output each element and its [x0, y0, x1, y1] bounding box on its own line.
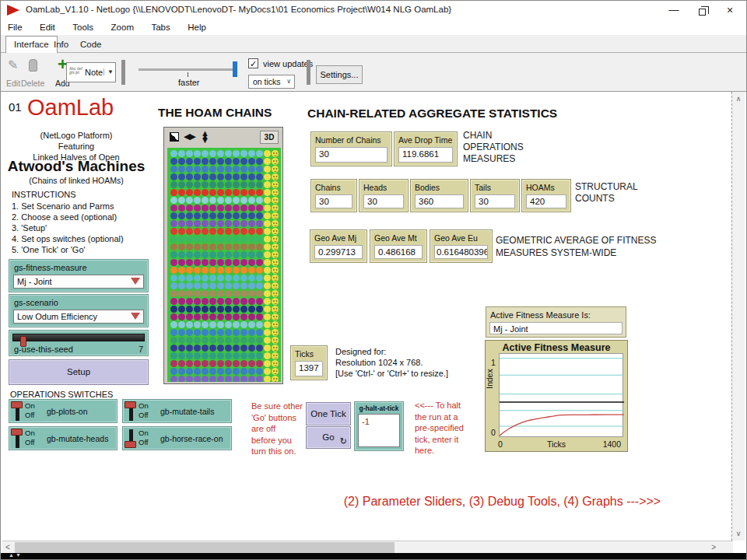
- scroll-left-icon[interactable]: <: [5, 543, 10, 551]
- tab-code[interactable]: Code: [72, 37, 110, 53]
- maximize-restore-button[interactable]: [689, 1, 715, 19]
- hoam-face-icon: [272, 166, 279, 173]
- menu-item-file[interactable]: File: [1, 20, 30, 32]
- hoam-body-circle: [194, 243, 201, 250]
- one-tick-button[interactable]: One Tick: [306, 402, 351, 425]
- switch-off-label: Off: [139, 438, 149, 446]
- halt-input-value[interactable]: -1: [358, 414, 400, 447]
- hoam-body-circle: [170, 212, 177, 219]
- hoam-body-circle: [178, 298, 185, 305]
- view-horizontal-arrows-icon[interactable]: ◀▶: [184, 131, 195, 142]
- setup-button[interactable]: Setup: [9, 359, 149, 385]
- hoam-body-circle: [240, 158, 247, 165]
- view-corner-resize-icon[interactable]: [170, 132, 179, 142]
- horizontal-scroll-thumb[interactable]: [15, 542, 395, 553]
- hoam-body-circle: [233, 275, 240, 282]
- hoam-body-circle: [170, 189, 177, 196]
- hoam-body-circle: [186, 189, 193, 196]
- hoam-body-circle: [240, 337, 247, 344]
- switch-off-label: Off: [139, 411, 149, 419]
- seed-slider[interactable]: g-use-this-seed 7: [9, 330, 149, 356]
- monitor-label: Chains: [315, 183, 341, 192]
- speed-slider-thumb[interactable]: [233, 61, 237, 77]
- go-button[interactable]: Go ↻: [306, 426, 351, 449]
- ops-switch[interactable]: On Off gb-mutate-tails: [122, 399, 232, 423]
- scroll-up-icon[interactable]: ∧: [732, 95, 745, 103]
- hoam-body-circle: [248, 298, 255, 305]
- vertical-scrollbar[interactable]: ∧ ∨: [731, 92, 745, 541]
- menu-item-zoom[interactable]: Zoom: [104, 20, 141, 32]
- view-world[interactable]: [167, 148, 281, 382]
- chain-row: [170, 150, 281, 157]
- hoam-body-circle: [209, 251, 216, 258]
- hoam-body-circle: [233, 189, 240, 196]
- chooser-scenario[interactable]: gs-scenario Low Odum Efficiency: [9, 294, 149, 327]
- minimize-button[interactable]: —: [661, 1, 687, 19]
- hoam-body-circle: [217, 337, 224, 344]
- hoam-body-circle: [233, 212, 240, 219]
- switch-handle[interactable]: [11, 401, 23, 408]
- speed-slider-tick: [188, 72, 188, 77]
- ops-switch[interactable]: On Off gb-plots-on: [9, 399, 117, 423]
- chain-row: [170, 212, 281, 219]
- hoam-body-circle: [248, 352, 255, 359]
- hoam-body-circle: [217, 290, 224, 297]
- horizontal-scrollbar[interactable]: < >: [2, 541, 733, 553]
- menu-item-help[interactable]: Help: [181, 20, 213, 32]
- settings-button[interactable]: Settings...: [316, 65, 363, 84]
- hoam-body-circle: [202, 345, 209, 352]
- hoam-body-circle: [194, 352, 201, 359]
- hoam-body-circle: [217, 329, 224, 336]
- hoam-body-circle: [225, 337, 232, 344]
- hoam-body-circle: [256, 220, 263, 227]
- hoam-body-circle: [178, 337, 185, 344]
- hoam-body-circle: [225, 321, 232, 328]
- widget-type-dropdown[interactable]: Abc def ghi jkl Note ▼: [66, 62, 116, 82]
- hoam-body-circle: [225, 197, 232, 204]
- view-3d-button[interactable]: 3D: [260, 131, 279, 144]
- hoam-body-circle: [186, 158, 193, 165]
- menu-item-edit[interactable]: Edit: [33, 20, 62, 32]
- speed-slider[interactable]: [139, 68, 237, 71]
- hoam-body-circle: [217, 220, 224, 227]
- close-button[interactable]: ×: [717, 1, 743, 19]
- update-mode-dropdown[interactable]: on ticks ∨: [248, 75, 295, 89]
- delete-button[interactable]: Delete: [21, 79, 44, 88]
- edit-button[interactable]: Edit: [6, 79, 20, 88]
- plot-x-tick-max: 1400: [603, 439, 621, 449]
- menu-item-tools[interactable]: Tools: [65, 20, 100, 32]
- hoam-head-circle: [264, 267, 271, 274]
- update-mode-value: on ticks: [253, 77, 281, 86]
- hoam-body-circle: [209, 329, 216, 336]
- switch-handle[interactable]: [124, 441, 136, 448]
- switch-handle[interactable]: [124, 401, 136, 408]
- chooser-fitness-measure-value[interactable]: Mj - Joint: [13, 275, 144, 289]
- monitor-value: Mj - Joint: [489, 322, 622, 334]
- scroll-right-icon[interactable]: >: [711, 543, 716, 551]
- ops-switch[interactable]: On Off gb-mutate-heads: [9, 426, 117, 450]
- halt-at-tick-input[interactable]: g-halt-at-tick -1: [354, 401, 404, 451]
- hoam-body-circle: [194, 282, 201, 289]
- menu-item-tabs[interactable]: Tabs: [144, 20, 177, 32]
- monitor-value: 30: [315, 194, 352, 208]
- hoam-body-circle: [170, 197, 177, 204]
- hoam-body-circle: [209, 259, 216, 266]
- ops-switch[interactable]: On Off gb-horse-race-on: [122, 426, 232, 450]
- hoam-body-circle: [178, 290, 185, 297]
- hoam-body-circle: [186, 345, 193, 352]
- seed-slider-track[interactable]: [12, 334, 145, 341]
- monitor-geo-ave-mt: Geo Ave Mt 0.486168: [370, 229, 427, 263]
- hoam-head-circle: [264, 181, 271, 188]
- hoam-body-circle: [194, 228, 201, 235]
- scroll-down-icon[interactable]: ∨: [732, 530, 745, 537]
- hoam-body-circle: [240, 166, 247, 173]
- switch-handle[interactable]: [11, 429, 23, 436]
- view-vertical-arrows-icon2[interactable]: ▼: [201, 135, 209, 145]
- chooser-fitness-measure[interactable]: gs-fitness-measure Mj - Joint: [9, 259, 149, 292]
- designed-for-note: Designed for: Resolution 1024 x 768. [Us…: [335, 346, 448, 379]
- hoam-body-circle: [233, 368, 240, 375]
- chooser-scenario-value[interactable]: Low Odum Efficiency: [13, 310, 144, 324]
- hoam-face-icon: [272, 329, 279, 336]
- view-updates-checkbox[interactable]: ✓: [248, 58, 258, 68]
- hoam-body-circle: [194, 360, 201, 367]
